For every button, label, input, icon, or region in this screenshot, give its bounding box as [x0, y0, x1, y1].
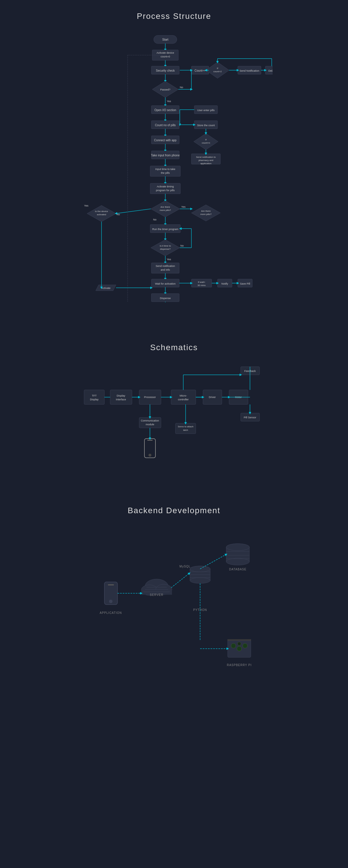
svg-text:APPLICATION: APPLICATION [100, 611, 122, 615]
savepill-label: Save Pill [240, 282, 250, 285]
schematics-svg: TFT Display Display Interface Processor … [75, 361, 273, 465]
backend-title: Backend Development [0, 494, 348, 524]
svg-text:Yes: Yes [167, 258, 171, 261]
backend-section: Backend Development APPLICATION SERVER [0, 483, 348, 715]
svg-text:Servo to attach: Servo to attach [178, 425, 193, 428]
svg-text:No: No [180, 244, 184, 247]
aremore2-label: Are there [201, 210, 211, 212]
svg-text:Driver: Driver [209, 396, 216, 399]
isdevice-label: Is the device [95, 210, 108, 213]
svg-rect-96 [84, 390, 104, 404]
sendnotif2-label: Send notification to [196, 156, 216, 158]
svg-text:dispense?: dispense? [160, 248, 171, 250]
storecount-label: Store the count [197, 124, 215, 127]
svg-text:application: application [200, 162, 212, 165]
svg-text:the pills: the pills [161, 172, 170, 174]
countpp-label: Count++ [195, 69, 206, 72]
flowchart-svg: Start Activate device count=0 Security c… [75, 30, 273, 302]
svg-text:Display: Display [117, 394, 125, 397]
ifcountn-label: If [205, 138, 207, 141]
svg-line-60 [116, 209, 151, 214]
svg-rect-118 [176, 423, 196, 434]
svg-text:Micro-: Micro- [180, 394, 187, 397]
svg-text:Display: Display [90, 398, 99, 401]
svg-point-123 [149, 454, 151, 457]
connectapp-label: Connect with app [154, 139, 177, 142]
activate-para-label: Activate [101, 287, 110, 289]
svg-text:Interface: Interface [116, 398, 126, 401]
svg-text:Yes: Yes [84, 204, 89, 207]
schematics-section: Schematics TFT Display Display Interface… [0, 320, 348, 483]
delay-label: Delay [268, 69, 273, 72]
svg-text:Communication: Communication [141, 419, 159, 422]
svg-text:more pills?: more pills? [160, 209, 171, 212]
sendnotif-label: Send Notification [240, 69, 259, 72]
ifwait-label: If wait> [198, 281, 205, 283]
countpills-label: Count no of pills [155, 124, 176, 127]
svg-text:No: No [153, 218, 157, 221]
sendnotif3-label: Send notification [156, 265, 175, 268]
svg-text:controller: controller [178, 398, 189, 401]
svg-text:MySQL: MySQL [180, 565, 191, 568]
svg-text:pharmacy and: pharmacy and [199, 159, 214, 162]
svg-rect-122 [147, 440, 153, 441]
schematics-title: Schematics [0, 331, 348, 361]
svg-text:program for pills: program for pills [156, 189, 175, 192]
activate-label: Activate device [157, 51, 174, 54]
svg-rect-99 [110, 390, 132, 404]
svg-point-140 [109, 600, 113, 603]
svg-text:DATABASE: DATABASE [229, 568, 247, 571]
istime-label: Is it time to [160, 245, 171, 247]
flowchart-section: Process Structure Start Activate device … [0, 0, 348, 320]
svg-point-170 [243, 644, 247, 648]
svg-text:activated: activated [97, 213, 106, 216]
svg-point-162 [226, 544, 249, 551]
svg-point-152 [190, 578, 210, 583]
openio-label: Open I/O section [154, 108, 176, 112]
start-label: Start [162, 38, 168, 41]
svg-point-168 [231, 644, 236, 648]
svg-text:module: module [146, 423, 154, 426]
svg-text:count>2: count>2 [214, 70, 222, 73]
svg-text:count=0: count=0 [161, 55, 170, 58]
aremore1-label: Are there [161, 206, 170, 208]
svg-text:30 mins: 30 mins [197, 284, 205, 287]
dispense-label: Dispense [160, 297, 171, 300]
svg-text:and info: and info [161, 268, 170, 271]
svg-text:RASPBERRY PI: RASPBERRY PI [227, 663, 252, 666]
svg-text:Processor: Processor [144, 396, 156, 399]
svg-rect-139 [108, 584, 114, 585]
svg-text:Yes: Yes [181, 206, 186, 208]
flowchart-title: Process Structure [0, 0, 348, 30]
svg-rect-172 [228, 640, 251, 641]
svg-point-171 [238, 642, 241, 646]
takeinput-label: Take input from phone [151, 154, 180, 157]
svg-text:TFT: TFT [92, 394, 97, 397]
svg-text:SERVER: SERVER [150, 593, 164, 596]
svg-line-178 [171, 573, 189, 588]
notify-label: Notify [221, 282, 228, 285]
svg-point-161 [226, 558, 249, 565]
runtimer-label: Run the timer program [152, 228, 178, 230]
ifcount2-label: If [217, 67, 218, 70]
backend-svg: APPLICATION SERVER PYTHON MySQL [75, 524, 273, 692]
security-label: Security check [156, 69, 175, 72]
inputtime-label: Input time to take [155, 168, 175, 170]
svg-text:Pill Sensor: Pill Sensor [244, 416, 256, 419]
svg-text:count>n: count>n [202, 142, 210, 144]
svg-text:latch: latch [183, 429, 188, 431]
svg-rect-104 [171, 390, 196, 404]
svg-text:Yes: Yes [167, 100, 171, 103]
passed-label: Passed? [160, 88, 170, 91]
svg-point-169 [237, 646, 242, 651]
waitactivation-label: Wait for activation [155, 282, 176, 285]
svg-text:No: No [180, 86, 183, 89]
activatetiming-label: Activate timing [157, 185, 174, 188]
svg-text:more pills?: more pills? [200, 213, 212, 216]
svg-text:No: No [117, 213, 120, 216]
userenter-label: User enter pills [197, 109, 215, 112]
